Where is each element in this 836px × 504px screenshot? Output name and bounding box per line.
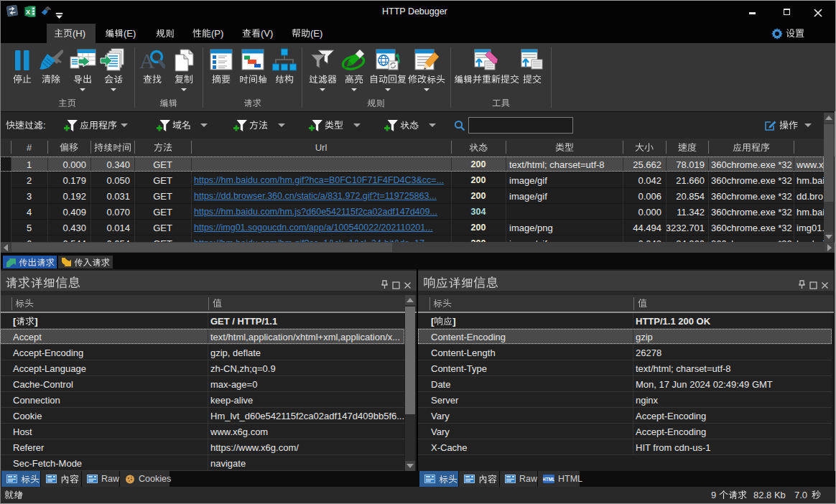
svg-text:HTML: HTML	[543, 477, 554, 482]
svg-text:X: X	[26, 9, 30, 16]
